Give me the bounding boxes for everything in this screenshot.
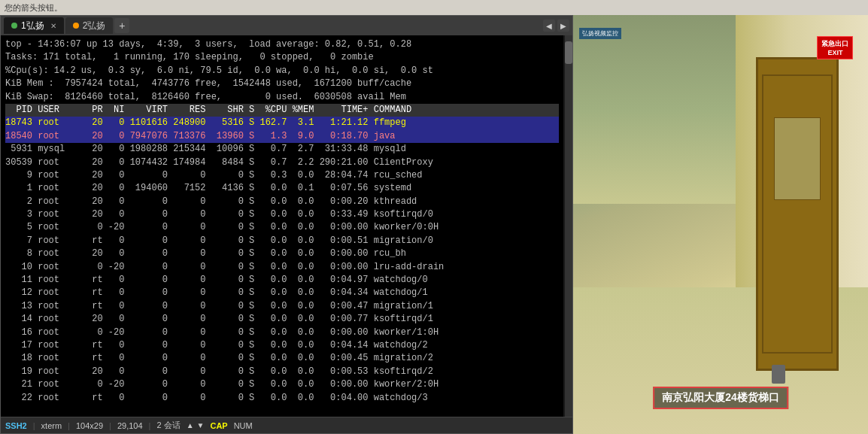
tab-next-button[interactable]: ▶ — [557, 20, 569, 32]
tab-nav: ◀ ▶ — [543, 20, 569, 32]
ssh2-label: SSH2 — [5, 421, 27, 430]
tab-1-close[interactable]: ✕ — [50, 22, 56, 30]
camera-label: 南京弘阳大厦24楼货梯口 — [653, 387, 788, 409]
terminal-line: 8 root 20 0 0 0 0 S 0.0 0.0 0:00.00 rcu_… — [5, 247, 559, 260]
door-inner — [762, 74, 832, 354]
tab-prev-button[interactable]: ◀ — [543, 20, 555, 32]
terminal-line: 1 root 20 0 194060 7152 4136 S 0.0 0.1 0… — [5, 182, 559, 195]
exit-sign: 紧急出口EXIT — [817, 36, 853, 59]
sessions-count: 2 会话 — [156, 420, 180, 431]
terminal-line: 11 root rt 0 0 0 0 S 0.0 0.0 0:04.97 wat… — [5, 274, 559, 287]
terminal-line: PID USER PR NI VIRT RES SHR S %CPU %MEM … — [5, 104, 559, 117]
status-ssh2: SSH2 — [5, 421, 27, 430]
tab-dot-orange — [73, 23, 79, 29]
terminal-line: 7 root rt 0 0 0 0 S 0.0 0.0 0:00.51 migr… — [5, 235, 559, 247]
camera-panel: 紧急出口EXIT 弘扬视频监控 南京弘阳大厦24楼货梯口 — [573, 15, 868, 434]
tab-dot-green — [11, 23, 17, 29]
scrollbar-thumb[interactable] — [565, 41, 572, 64]
terminal-line: KiB Mem : 7957424 total, 4743776 free, 1… — [5, 77, 559, 90]
status-bar: SSH2 | xterm | 104x29 | 29,104 | 2 会话 ▲ … — [1, 417, 572, 433]
terminal-line: 14 root 20 0 0 0 0 S 0.0 0.0 0:00.77 kso… — [5, 313, 559, 326]
new-tab-button[interactable]: + — [114, 18, 129, 33]
terminal-line: KiB Swap: 8126460 total, 8126460 free, 0… — [5, 91, 559, 104]
terminal-line: 2 root 20 0 0 0 0 S 0.0 0.0 0:00.20 kthr… — [5, 196, 559, 208]
terminal-line: 18540 root 20 0 7947076 713376 13960 S 1… — [5, 130, 559, 143]
terminal-line: 30539 root 20 0 1074432 174984 8484 S 0.… — [5, 156, 559, 169]
top-hint-bar: 您的箭头按钮。 — [0, 0, 868, 15]
tab-2-label: 2弘扬 — [83, 20, 106, 32]
terminal-line: Tasks: 171 total, 1 running, 170 sleepin… — [5, 51, 559, 64]
terminal-line: 13 root rt 0 0 0 0 S 0.0 0.0 0:00.47 mig… — [5, 300, 559, 313]
terminal-line: 12 root rt 0 0 0 0 S 0.0 0.0 0:04.34 wat… — [5, 287, 559, 299]
terminal-line: 18 root rt 0 0 0 0 S 0.0 0.0 0:00.45 mig… — [5, 352, 559, 365]
camera-door — [756, 57, 839, 372]
tab-1-弘扬[interactable]: 1弘扬 ✕ — [4, 17, 64, 34]
terminal-line: 3 root 20 0 0 0 0 S 0.0 0.0 0:33.49 ksof… — [5, 208, 559, 221]
door-window — [774, 117, 821, 200]
camera-background: 紧急出口EXIT 弘扬视频监控 南京弘阳大厦24楼货梯口 — [573, 15, 868, 434]
camera-info-text: 弘扬视频监控 — [582, 30, 618, 37]
trash-can — [772, 365, 785, 384]
hint-text: 您的箭头按钮。 — [5, 2, 62, 14]
terminal-wrapper: top - 14:36:07 up 13 days, 4:39, 3 users… — [1, 35, 572, 417]
cursor-position: 29,104 — [117, 421, 143, 430]
camera-label-text: 南京弘阳大厦24楼货梯口 — [662, 391, 779, 403]
xterm-label: xterm — [41, 421, 62, 430]
terminal-line: 21 root 0 -20 0 0 0 S 0.0 0.0 0:00.00 kw… — [5, 378, 559, 391]
arrow-up-icon[interactable]: ▲ — [187, 421, 194, 429]
terminal-dimensions: 104x29 — [76, 421, 103, 430]
terminal-scrollbar[interactable] — [563, 35, 572, 417]
tab-2-弘扬[interactable]: 2弘扬 — [65, 17, 114, 34]
scrollbar-track — [565, 35, 572, 417]
terminal-line: 18743 root 20 0 1101616 248900 5316 S 16… — [5, 117, 559, 129]
terminal-line: 16 root 0 -20 0 0 0 S 0.0 0.0 0:00.00 kw… — [5, 326, 559, 339]
terminal-line: top - 14:36:07 up 13 days, 4:39, 3 users… — [5, 38, 559, 51]
arrow-down-icon[interactable]: ▼ — [197, 421, 205, 429]
terminal-panel: 1弘扬 ✕ 2弘扬 + ◀ ▶ top - 14:36:07 up 13 day… — [0, 15, 573, 434]
arrow-buttons: ▲ ▼ — [187, 421, 205, 429]
terminal-line: 5931 mysql 20 0 1980288 215344 10096 S 0… — [5, 143, 559, 156]
exit-sign-text: 紧急出口EXIT — [821, 39, 848, 56]
tab-1-label: 1弘扬 — [21, 20, 44, 32]
terminal-line: 10 root 0 -20 0 0 0 S 0.0 0.0 0:00.00 lr… — [5, 261, 559, 274]
camera-info-box: 弘扬视频监控 — [579, 28, 621, 39]
tab-bar: 1弘扬 ✕ 2弘扬 + ◀ ▶ — [1, 16, 572, 35]
num-indicator: NUM — [234, 421, 253, 430]
terminal-content[interactable]: top - 14:36:07 up 13 days, 4:39, 3 users… — [1, 35, 563, 417]
terminal-line: 17 root rt 0 0 0 0 S 0.0 0.0 0:04.14 wat… — [5, 339, 559, 352]
terminal-line: 5 root 0 -20 0 0 0 S 0.0 0.0 0:00.00 kwo… — [5, 221, 559, 234]
terminal-line: 22 root rt 0 0 0 0 S 0.0 0.0 0:04.00 wat… — [5, 392, 559, 405]
cap-indicator: CAP — [210, 421, 227, 430]
terminal-line: 19 root 20 0 0 0 0 S 0.0 0.0 0:00.53 kso… — [5, 366, 559, 378]
terminal-line: 9 root 20 0 0 0 0 S 0.3 0.0 28:04.74 rcu… — [5, 169, 559, 182]
main-layout: 1弘扬 ✕ 2弘扬 + ◀ ▶ top - 14:36:07 up 13 day… — [0, 15, 868, 434]
terminal-line: %Cpu(s): 14.2 us, 0.3 sy, 6.0 ni, 79.5 i… — [5, 65, 559, 77]
